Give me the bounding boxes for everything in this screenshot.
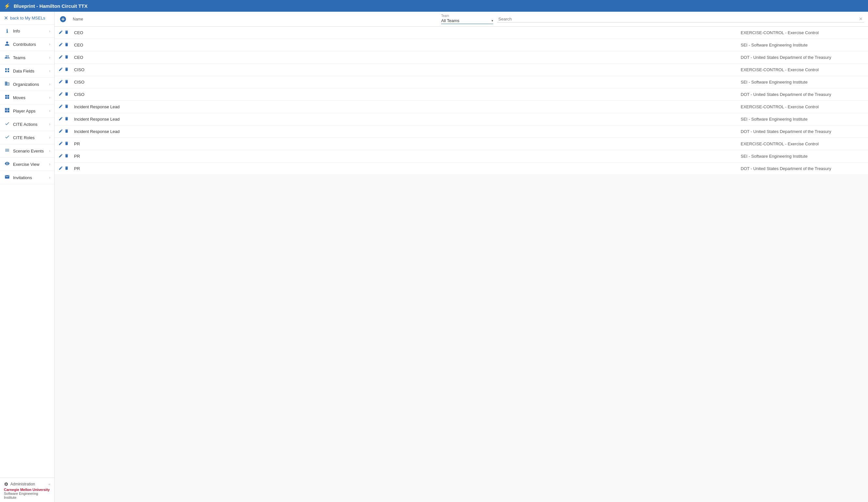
back-button[interactable]: ✕ back to My MSELs (0, 12, 54, 25)
delete-icon[interactable] (64, 166, 69, 171)
cmu-line1: Carnegie Mellon University (4, 488, 50, 492)
svg-rect-1 (8, 108, 9, 110)
table-row: CISO EXERCISE-CONTROL - Exercise Control (54, 64, 868, 76)
row-actions (59, 67, 73, 72)
edit-icon[interactable] (59, 67, 63, 72)
org-name: SEI - Software Engineering Institute (741, 154, 864, 159)
sidebar-item-cite-actions[interactable]: CITE Actions › (0, 118, 54, 131)
org-name: EXERCISE-CONTROL - Exercise Control (741, 104, 864, 109)
org-name: SEI - Software Engineering Institute (741, 117, 864, 122)
chevron-right-icon: › (49, 55, 50, 60)
row-actions (59, 92, 73, 97)
clear-search-icon[interactable]: ✕ (859, 16, 863, 21)
sidebar-footer: Administration « Carnegie Mellon Univers… (0, 478, 54, 502)
sidebar-item-exercise-view[interactable]: Exercise View › (0, 158, 54, 171)
sidebar-item-scenario-events[interactable]: Scenario Events › (0, 144, 54, 158)
sidebar-item-organizations[interactable]: Organizations › (0, 78, 54, 91)
administration-row[interactable]: Administration « (4, 481, 50, 488)
row-actions (59, 104, 73, 110)
edit-icon[interactable] (59, 141, 63, 147)
table-row: Incident Response Lead EXERCISE-CONTROL … (54, 101, 868, 113)
edit-icon[interactable] (59, 92, 63, 97)
table-row: CISO SEI - Software Engineering Institut… (54, 76, 868, 88)
edit-icon[interactable] (59, 54, 63, 60)
role-name: PR (73, 166, 741, 171)
toolbar: Name Team All Teams ▾ ✕ (54, 12, 868, 27)
org-name: EXERCISE-CONTROL - Exercise Control (741, 67, 864, 72)
sidebar-item-contributors[interactable]: Contributors › (0, 38, 54, 51)
data-fields-icon (4, 68, 10, 74)
cite-roles-icon (4, 134, 10, 141)
table-row: CISO DOT - United States Department of t… (54, 88, 868, 101)
edit-icon[interactable] (59, 104, 63, 110)
delete-icon[interactable] (64, 104, 69, 110)
edit-icon[interactable] (59, 129, 63, 134)
sidebar-item-moves[interactable]: Moves › (0, 91, 54, 104)
add-button[interactable] (59, 14, 68, 24)
row-actions (59, 117, 73, 122)
dropdown-arrow-icon: ▾ (492, 19, 493, 22)
delete-icon[interactable] (64, 92, 69, 97)
row-actions (59, 79, 73, 85)
info-icon: ℹ (4, 28, 10, 34)
chevron-right-icon: › (49, 69, 50, 73)
edit-icon[interactable] (59, 117, 63, 122)
table-area: CEO EXERCISE-CONTROL - Exercise Control … (54, 27, 868, 502)
delete-icon[interactable] (64, 30, 69, 36)
administration-label: Administration (10, 482, 35, 486)
table-row: CEO DOT - United States Department of th… (54, 51, 868, 64)
org-name: SEI - Software Engineering Institute (741, 80, 864, 84)
edit-icon[interactable] (59, 30, 63, 36)
edit-icon[interactable] (59, 79, 63, 85)
cite-actions-icon (4, 121, 10, 128)
sidebar-item-invitations[interactable]: Invitations › (0, 171, 54, 184)
table-row: CEO EXERCISE-CONTROL - Exercise Control (54, 27, 868, 39)
search-box[interactable]: ✕ (497, 16, 864, 22)
chevron-right-icon: › (49, 175, 50, 180)
chevron-right-icon: › (49, 82, 50, 87)
back-label: back to My MSELs (10, 16, 45, 20)
contributors-icon (4, 41, 10, 48)
edit-icon[interactable] (59, 42, 63, 48)
app-icon: ⚡ (4, 3, 10, 9)
app-header: ⚡ Blueprint - Hamilton Circuit TTX (0, 0, 868, 12)
chevron-right-icon: › (49, 29, 50, 33)
delete-icon[interactable] (64, 117, 69, 122)
sidebar-item-teams[interactable]: Teams › (0, 51, 54, 64)
role-name: PR (73, 154, 741, 159)
sidebar-item-cite-roles[interactable]: CITE Roles › (0, 131, 54, 144)
team-filter[interactable]: Team All Teams ▾ (441, 14, 493, 24)
row-actions (59, 129, 73, 134)
delete-icon[interactable] (64, 141, 69, 147)
delete-icon[interactable] (64, 42, 69, 48)
row-actions (59, 30, 73, 36)
edit-icon[interactable] (59, 166, 63, 171)
role-name: CISO (73, 80, 741, 84)
content-area: Name Team All Teams ▾ ✕ CE (54, 12, 868, 502)
settings-icon (4, 482, 9, 486)
table-row: CEO SEI - Software Engineering Institute (54, 39, 868, 51)
table-row: Incident Response Lead SEI - Software En… (54, 113, 868, 126)
org-name: DOT - United States Department of the Tr… (741, 92, 864, 97)
delete-icon[interactable] (64, 153, 69, 159)
chevron-right-icon: › (49, 149, 50, 153)
role-name: Incident Response Lead (73, 104, 741, 109)
search-input[interactable] (498, 17, 859, 21)
delete-icon[interactable] (64, 67, 69, 72)
sidebar-item-player-apps[interactable]: Player Apps › (0, 104, 54, 118)
player-apps-icon (4, 108, 10, 114)
collapse-icon[interactable]: « (49, 482, 50, 486)
org-name: DOT - United States Department of the Tr… (741, 55, 864, 60)
delete-icon[interactable] (64, 79, 69, 85)
delete-icon[interactable] (64, 54, 69, 60)
delete-icon[interactable] (64, 129, 69, 134)
team-select-dropdown[interactable]: All Teams ▾ (441, 18, 493, 24)
sidebar-item-data-fields[interactable]: Data Fields › (0, 64, 54, 78)
team-select-value: All Teams (441, 18, 490, 23)
cmu-line2: Software Engineering Institute (4, 492, 50, 499)
row-actions (59, 153, 73, 159)
edit-icon[interactable] (59, 153, 63, 159)
close-icon: ✕ (4, 15, 8, 21)
role-name: Incident Response Lead (73, 129, 741, 134)
sidebar-item-info[interactable]: ℹ Info › (0, 25, 54, 38)
